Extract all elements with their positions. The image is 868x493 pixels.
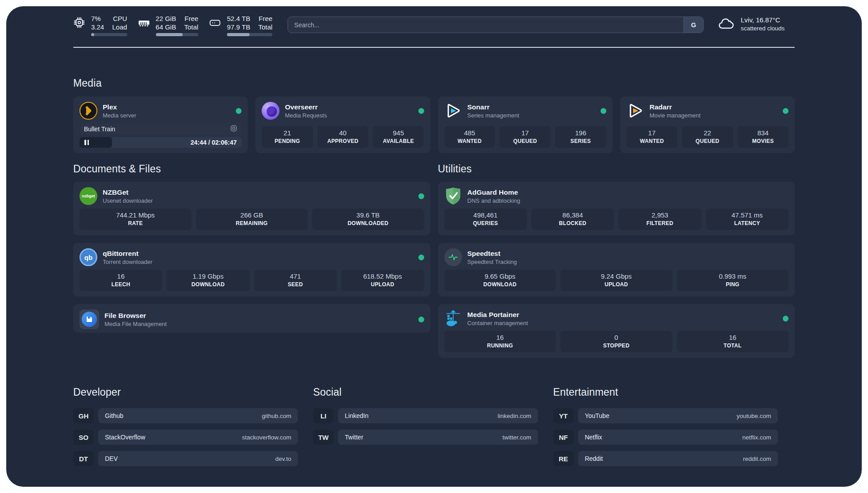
disk-icon — [209, 17, 221, 29]
stat-tile: 39.6 TBDOWNLOADED — [312, 209, 424, 230]
stat-value: 485 — [446, 129, 493, 138]
link-badge[interactable]: YT — [553, 408, 574, 423]
weather-location-temp: Lviv, 16.87°C — [741, 16, 785, 24]
link-url: github.com — [262, 413, 291, 419]
stat-tile: 498,461QUERIES — [444, 209, 527, 230]
stat-tile: 9.24 GbpsUPLOAD — [560, 270, 672, 291]
weather-condition: scattered clouds — [741, 24, 785, 33]
qbittorrent-icon: qb — [79, 248, 97, 266]
sonarr-icon — [444, 102, 462, 120]
app-description: Movie management — [650, 112, 777, 119]
stat-label: WANTED — [628, 138, 676, 145]
radarr-icon — [626, 102, 644, 120]
link-row-github[interactable]: GH Githubgithub.com — [73, 408, 298, 423]
link-url: reddit.com — [743, 455, 771, 462]
stat-tile: 196SERIES — [555, 126, 606, 148]
disk-free-label: Free — [259, 14, 272, 23]
stat-value: 9.24 Gbps — [562, 272, 671, 281]
memory-total-label: Total — [184, 23, 198, 31]
cpu-stat: 7%3.24 CPULoad — [73, 14, 127, 36]
app-card-sonarr[interactable]: Sonarr Series management 485WANTED 17QUE… — [438, 96, 613, 153]
link-url: dev.to — [275, 455, 292, 462]
section-title-developer: Developer — [73, 386, 298, 398]
search-engine-button[interactable]: G — [684, 17, 703, 33]
link-badge[interactable]: DT — [73, 451, 94, 466]
app-card-plex[interactable]: Plex Media server Bullet Train 24:44 / 0 — [73, 96, 248, 153]
memory-free: 22 GiB — [156, 14, 176, 23]
stat-tile: 0.993 msPING — [677, 270, 789, 291]
link-badge[interactable]: RE — [553, 451, 574, 466]
link-row-twitter[interactable]: TW Twittertwitter.com — [313, 430, 538, 445]
app-card-filebrowser[interactable]: File Browser Media File Management — [73, 304, 430, 333]
link-row-youtube[interactable]: YT YouTubeyoutube.com — [553, 408, 778, 423]
disk-total-label: Total — [258, 23, 272, 31]
status-dot — [418, 317, 424, 322]
status-dot — [783, 108, 789, 114]
search-input[interactable] — [288, 17, 684, 33]
link-url: youtube.com — [737, 413, 771, 419]
link-row-netflix[interactable]: NF Netflixnetflix.com — [553, 430, 778, 445]
portainer-icon — [444, 309, 462, 327]
memory-free-label: Free — [184, 14, 198, 23]
section-entertainment: Entertainment YT YouTubeyoutube.com NF N… — [553, 358, 778, 472]
stat-value: 196 — [557, 129, 604, 138]
system-stats: 7%3.24 CPULoad 22 GiB64 GiB — [73, 14, 272, 36]
status-dot — [236, 108, 242, 114]
cloud-icon — [718, 16, 736, 32]
stat-tile: 485WANTED — [444, 126, 495, 148]
section-title-utilities: Utilities — [438, 163, 795, 175]
stat-label: BLOCKED — [533, 220, 612, 227]
app-card-portainer[interactable]: Media Portainer Container management 16R… — [438, 304, 795, 358]
link-badge[interactable]: TW — [313, 430, 334, 445]
stat-value: 9.65 Gbps — [446, 272, 555, 281]
stat-value: 1.19 Gbps — [168, 272, 247, 281]
link-row-reddit[interactable]: RE Redditreddit.com — [553, 451, 778, 466]
section-title-social: Social — [313, 386, 538, 398]
link-row-dev[interactable]: DT DEVdev.to — [73, 451, 298, 466]
link-row-linkedin[interactable]: LI LinkedInlinkedin.com — [313, 408, 538, 423]
stat-label: UPLOAD — [343, 281, 422, 288]
app-card-adguard[interactable]: AdGuard Home DNS and adblocking 498,461Q… — [438, 182, 795, 235]
stat-label: FILTERED — [620, 220, 699, 227]
link-badge[interactable]: LI — [313, 408, 334, 423]
dashboard-window: 7%3.24 CPULoad 22 GiB64 GiB — [6, 6, 862, 487]
link-url: netflix.com — [742, 434, 771, 441]
search-bar: G — [288, 17, 704, 33]
link-url: twitter.com — [502, 434, 531, 441]
app-card-radarr[interactable]: Radarr Movie management 17WANTED 22QUEUE… — [620, 96, 795, 153]
app-card-qbittorrent[interactable]: qb qBittorrent Torrent downloader 16LEEC… — [73, 243, 430, 297]
stat-value: 21 — [263, 129, 311, 138]
link-badge[interactable]: SO — [73, 430, 94, 445]
app-card-nzbget[interactable]: nzbget NZBGet Usenet downloader 744.21 M… — [73, 182, 430, 235]
link-badge[interactable]: NF — [553, 430, 574, 445]
link-row-stackoverflow[interactable]: SO StackOverflowstackoverflow.com — [73, 430, 298, 445]
stat-label: QUEUED — [684, 138, 731, 145]
stat-label: APPROVED — [319, 138, 367, 145]
pause-icon[interactable] — [84, 140, 89, 145]
stat-value: 16 — [679, 333, 787, 342]
app-card-overseerr[interactable]: Overseerr Media Requests 21PENDING 40APP… — [255, 96, 430, 153]
stat-tile: 0STOPPED — [560, 331, 672, 352]
app-card-speedtest[interactable]: Speedtest Speedtest Tracking 9.65 GbpsDO… — [438, 243, 795, 297]
memory-progress-bar — [156, 33, 199, 36]
stat-value: 16 — [446, 333, 555, 342]
app-description: Media server — [103, 112, 230, 119]
stat-tile: 618.52 MbpsUPLOAD — [341, 270, 424, 291]
stat-value: 0 — [562, 333, 671, 342]
cpu-percent: 7% — [91, 14, 104, 23]
app-name: Overseerr — [285, 103, 413, 112]
stat-label: STOPPED — [562, 342, 671, 350]
playback-progress: 24:44 / 02:06:47 — [79, 137, 242, 148]
plex-icon — [79, 102, 97, 120]
adguard-icon — [444, 187, 462, 205]
stat-value: 498,461 — [446, 211, 525, 220]
app-name: Speedtest — [467, 249, 789, 258]
stat-label: QUEUED — [501, 138, 549, 145]
nzbget-icon: nzbget — [79, 187, 97, 205]
now-playing-row: Bullet Train — [79, 124, 242, 134]
ram-icon — [138, 17, 150, 29]
stat-label: WANTED — [446, 138, 493, 145]
stat-tile: 1.19 GbpsDOWNLOAD — [167, 270, 249, 291]
stat-value: 40 — [319, 129, 367, 138]
link-badge[interactable]: GH — [73, 408, 94, 423]
